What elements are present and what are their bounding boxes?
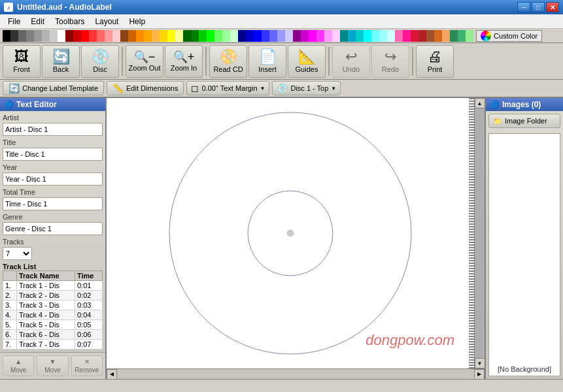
scroll-track-v[interactable] [475, 108, 485, 358]
color-swatch[interactable] [58, 30, 65, 42]
color-swatch[interactable] [105, 30, 112, 42]
color-swatch[interactable] [262, 30, 269, 42]
canvas-scrollbar-horizontal[interactable]: ◀ ▶ [107, 368, 485, 379]
color-swatch[interactable] [411, 30, 418, 42]
table-row[interactable]: 5.Track 5 - Dis0:05 [3, 320, 103, 330]
color-swatch[interactable] [379, 30, 387, 42]
toolbar-guides[interactable]: 📐 Guides [288, 45, 326, 78]
scroll-up-button[interactable]: ▲ [475, 98, 485, 108]
toolbar-zoom-out[interactable]: 🔍− Zoom Out [126, 45, 163, 78]
tracks-select[interactable]: 7 [3, 247, 32, 260]
color-swatch[interactable] [418, 30, 426, 42]
color-swatch[interactable] [191, 30, 199, 42]
color-swatch[interactable] [395, 30, 403, 42]
toolbar-disc[interactable]: 💿 Disc [81, 45, 119, 78]
scroll-right-button[interactable]: ▶ [474, 369, 485, 380]
color-swatch[interactable] [222, 30, 230, 42]
color-swatch[interactable] [97, 30, 105, 42]
table-row[interactable]: 4.Track 4 - Dis0:04 [3, 310, 103, 320]
color-swatch[interactable] [348, 30, 356, 42]
text-editor-body[interactable]: Artist Title Year Total Time Genre [0, 111, 105, 352]
scroll-left-button[interactable]: ◀ [107, 369, 117, 380]
minimize-button[interactable]: ─ [517, 2, 530, 12]
color-swatch[interactable] [175, 30, 183, 42]
center-canvas[interactable]: dongpow.com ▲ ▼ ◀ ▶ [107, 98, 485, 379]
toolbar-read-cd[interactable]: 📀 Read CD [209, 45, 247, 78]
color-swatch[interactable] [26, 30, 34, 42]
color-swatch[interactable] [301, 30, 309, 42]
image-folder-button[interactable]: 📁 Image Folder [488, 114, 560, 128]
color-swatch[interactable] [332, 30, 340, 42]
color-swatch[interactable] [254, 30, 262, 42]
color-swatch[interactable] [466, 30, 473, 42]
custom-color-button[interactable]: Custom Color [476, 30, 542, 42]
move-up-button[interactable]: ▲ Move [3, 355, 34, 376]
color-swatch[interactable] [34, 30, 42, 42]
text-editor-header[interactable]: 🔵 Text Editor [0, 98, 105, 111]
title-input[interactable] [3, 148, 103, 161]
text-margin-dropdown[interactable]: ◻ 0.00" Text Margin ▼ [186, 81, 269, 95]
edit-dimensions-button[interactable]: 📏 Edit Dimensions [107, 81, 184, 95]
color-swatch[interactable] [309, 30, 316, 42]
color-swatch[interactable] [316, 30, 324, 42]
color-swatch[interactable] [207, 30, 214, 42]
color-swatch[interactable] [120, 30, 128, 42]
toolbar-back[interactable]: 🔄 Back [42, 45, 80, 78]
change-label-template-button[interactable]: 🔄 Change Label Template [3, 81, 104, 95]
color-swatch[interactable] [293, 30, 301, 42]
color-swatch[interactable] [89, 30, 97, 42]
color-swatch[interactable] [50, 30, 58, 42]
move-down-button[interactable]: ▼ Move [37, 355, 68, 376]
color-swatch[interactable] [10, 30, 18, 42]
color-swatch[interactable] [277, 30, 285, 42]
toolbar-front[interactable]: 🖼 Front [3, 45, 41, 78]
menu-help[interactable]: Help [124, 16, 150, 27]
color-swatch[interactable] [434, 30, 442, 42]
canvas-scrollbar-vertical[interactable]: ▲ ▼ [474, 98, 485, 368]
total-time-input[interactable] [3, 197, 103, 210]
menu-edit[interactable]: Edit [26, 16, 50, 27]
toolbar-redo[interactable]: ↪ Redo [371, 45, 409, 78]
menu-layout[interactable]: Layout [90, 16, 124, 27]
color-swatch[interactable] [364, 30, 371, 42]
color-swatch[interactable] [144, 30, 152, 42]
artist-input[interactable] [3, 123, 103, 136]
color-swatch[interactable] [112, 30, 120, 42]
color-swatch[interactable] [65, 30, 73, 42]
color-swatch[interactable] [426, 30, 434, 42]
color-swatch[interactable] [324, 30, 332, 42]
color-swatch[interactable] [371, 30, 379, 42]
color-swatch[interactable] [183, 30, 191, 42]
disc-dropdown[interactable]: 💿 Disc 1 - Top ▼ [272, 81, 341, 95]
color-swatch[interactable] [73, 30, 81, 42]
year-input[interactable] [3, 172, 103, 186]
color-swatch[interactable] [152, 30, 160, 42]
remove-button[interactable]: ✕ Remove [71, 355, 103, 376]
color-swatch[interactable] [81, 30, 89, 42]
menu-file[interactable]: File [3, 16, 26, 27]
color-swatch[interactable] [442, 30, 450, 42]
color-swatch[interactable] [450, 30, 458, 42]
color-swatch[interactable] [387, 30, 395, 42]
table-row[interactable]: 3.Track 3 - Dis0:03 [3, 301, 103, 310]
close-button[interactable]: ✕ [546, 2, 559, 12]
color-swatch[interactable] [18, 30, 26, 42]
table-row[interactable]: 1.Track 1 - Dis0:01 [3, 281, 103, 291]
toolbar-zoom-in[interactable]: 🔍+ Zoom In [165, 45, 203, 78]
color-swatch[interactable] [356, 30, 364, 42]
color-swatch[interactable] [214, 30, 222, 42]
menu-toolbars[interactable]: Toolbars [50, 16, 90, 27]
color-swatch[interactable] [238, 30, 246, 42]
color-swatch[interactable] [3, 30, 10, 42]
maximize-button[interactable]: □ [532, 2, 545, 12]
color-swatch[interactable] [246, 30, 254, 42]
color-swatch[interactable] [230, 30, 238, 42]
color-swatch[interactable] [136, 30, 144, 42]
color-swatch[interactable] [42, 30, 50, 42]
color-swatch[interactable] [160, 30, 167, 42]
toolbar-insert[interactable]: 📄 Insert [248, 45, 286, 78]
color-swatch[interactable] [340, 30, 348, 42]
color-swatch[interactable] [269, 30, 277, 42]
color-swatch[interactable] [458, 30, 466, 42]
table-row[interactable]: 2.Track 2 - Dis0:02 [3, 291, 103, 301]
